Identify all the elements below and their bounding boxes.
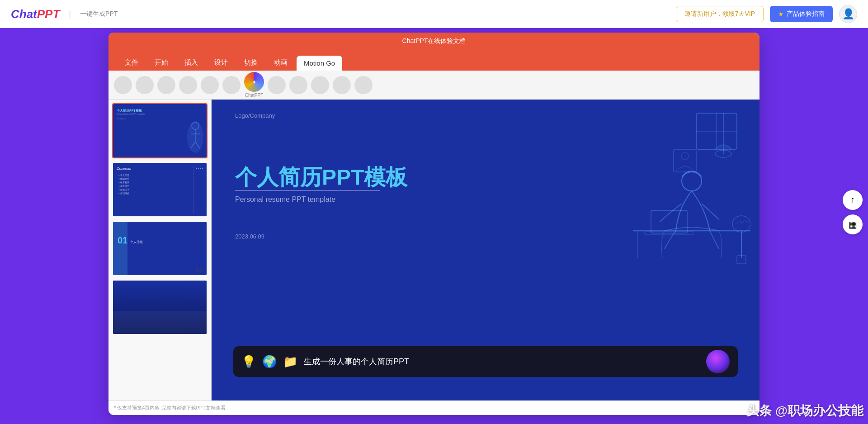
thumb1-title: 个人简历PPT模板 [117, 109, 142, 113]
slide-panel: 个人简历PPT模板 Personal resume PPT template 2… [108, 100, 212, 400]
invite-button[interactable]: 邀请新用户，领取7天VIP [676, 6, 764, 22]
thumb2-item1: ○ 个人信息 [118, 174, 129, 176]
guide-label: 产品体验指南 [787, 10, 825, 18]
topbar: ChatPPT | 一键生成PPT 邀请新用户，领取7天VIP ★ 产品体验指南… [0, 0, 868, 28]
chat-bar: 💡 🌍 📁 生成一份人事的个人简历PPT [233, 346, 738, 377]
qr-icon: ▦ [849, 219, 857, 230]
toolbar-icon-9[interactable] [311, 76, 329, 94]
toolbar-chatppt-icon[interactable]: ✦ [244, 72, 264, 92]
toolbar-icon-2[interactable] [136, 76, 154, 94]
avatar-icon: 👤 [842, 8, 854, 20]
thumb1-subtitle: Personal resume PPT template [117, 113, 145, 115]
chat-emoji-2: 🌍 [262, 355, 277, 369]
toolbar-chatppt-label: ChatPPT [245, 93, 264, 98]
thumb1-date: 2023.06.09 [117, 118, 126, 120]
thumb4-photo-area [113, 311, 207, 334]
toolbar-icon-7[interactable] [268, 76, 286, 94]
toolbar-icon-11[interactable] [354, 76, 373, 94]
slide-thumb-1[interactable]: 个人简历PPT模板 Personal resume PPT template 2… [112, 103, 208, 158]
menu-file[interactable]: 文件 [118, 55, 146, 71]
slide-thumb-inner-3: 01 个人信息 ⬛ ⬛ [113, 222, 207, 275]
menu-insert[interactable]: 插入 [177, 55, 205, 71]
toolbar-icon-5[interactable] [201, 76, 219, 94]
up-icon: ↑ [850, 195, 855, 205]
menu-animation[interactable]: 动画 [267, 55, 295, 71]
slide-main-line [235, 190, 380, 191]
toolbar-chatppt-wrap: ✦ ChatPPT [244, 72, 264, 98]
scroll-up-button[interactable]: ↑ [843, 190, 863, 210]
chat-orb[interactable] [706, 350, 730, 373]
toolbar-icon-4[interactable] [179, 76, 197, 94]
thumb3-num: 01 [118, 235, 127, 246]
chat-emoji-1: 💡 [241, 355, 256, 369]
svg-point-10 [681, 152, 689, 160]
ppt-container: ChatPPT在线体验文档 文件 开始 插入 设计 切换 动画 Motion G… [108, 33, 760, 415]
toolbar-icon-1[interactable] [114, 76, 132, 94]
slide-thumb-2[interactable]: Contents ● ● ● ● ○ 个人信息 ○ 求职意向 ○ 教育背景 ○ … [112, 162, 208, 217]
thumb3-icons: ⬛ ⬛ [196, 268, 203, 272]
thumb3-accent [113, 222, 127, 275]
toolbar-icon-10[interactable] [333, 76, 351, 94]
slide-main: Logo/Company 个人简历PPT模板 Personal resume P… [212, 100, 760, 400]
menu-switch[interactable]: 切换 [237, 55, 265, 71]
thumb2-item2: ○ 求职意向 [118, 177, 129, 180]
thumb2-item6: ○ 自我评价 [118, 192, 129, 195]
thumb2-item3: ○ 教育背景 [118, 181, 129, 184]
avatar[interactable]: 👤 [839, 5, 857, 23]
thumb1-illustration [170, 117, 207, 157]
toolbar-icon-3[interactable] [157, 76, 175, 94]
thumb2-border [193, 167, 207, 213]
slide-thumb-inner-2: Contents ● ● ● ● ○ 个人信息 ○ 求职意向 ○ 教育背景 ○ … [113, 163, 207, 216]
chat-text: 生成一份人事的个人简历PPT [304, 356, 700, 367]
qr-button[interactable]: ▦ [843, 214, 863, 234]
ppt-content: 个人简历PPT模板 Personal resume PPT template 2… [108, 100, 760, 400]
slide-thumb-4[interactable] [112, 280, 208, 335]
thumb2-title: Contents [117, 167, 131, 171]
slide-thumb-3[interactable]: 01 个人信息 ⬛ ⬛ [112, 221, 208, 276]
logo: ChatPPT [11, 7, 60, 21]
slide-thumb-inner-1: 个人简历PPT模板 Personal resume PPT template 2… [113, 104, 207, 157]
thumb2-item5: ○ 技能证书 [118, 188, 129, 191]
toolbar-icon-8[interactable] [289, 76, 307, 94]
slide-main-title: 个人简历PPT模板 [235, 163, 407, 192]
chat-emoji-3: 📁 [283, 355, 297, 369]
slide-thumb-inner-4 [113, 281, 207, 334]
slide-logo: Logo/Company [235, 112, 275, 119]
logo-area: ChatPPT | 一键生成PPT [11, 7, 118, 21]
doc-title: ChatPPT在线体验文档 [402, 37, 466, 45]
menu-start[interactable]: 开始 [147, 55, 175, 71]
ppt-menubar: 文件 开始 插入 设计 切换 动画 Motion Go [108, 50, 760, 71]
menu-design[interactable]: 设计 [207, 55, 235, 71]
star-icon: ★ [778, 10, 784, 18]
topbar-right: 邀请新用户，领取7天VIP ★ 产品体验指南 👤 [676, 5, 857, 23]
logo-subtitle: 一键生成PPT [80, 10, 118, 18]
logo-divider: | [69, 10, 71, 19]
toolbar-icon-6[interactable] [222, 76, 241, 94]
slide-illustration [561, 104, 750, 267]
menu-motion-go[interactable]: Motion Go [297, 56, 342, 71]
guide-button[interactable]: ★ 产品体验指南 [770, 6, 833, 22]
thumb2-item4: ○ 工作经历 [118, 185, 129, 187]
side-buttons: ↑ ▦ [843, 190, 863, 234]
slide-main-subtitle: Personal resume PPT template [235, 195, 335, 204]
slide-date: 2023.06.09 [235, 233, 264, 240]
thumb3-text: 个人信息 [130, 240, 143, 244]
ppt-toolbar: ✦ ChatPPT [108, 71, 760, 100]
watermark: 头条 @职场办公技能 [746, 402, 863, 419]
bottom-note: * 仅支持预览4页内容 完整内容请下载PPT文档查看 [114, 405, 226, 411]
ppt-bottombar: * 仅支持预览4页内容 完整内容请下载PPT文档查看 [108, 400, 760, 415]
doc-titlebar: ChatPPT在线体验文档 [108, 33, 760, 50]
